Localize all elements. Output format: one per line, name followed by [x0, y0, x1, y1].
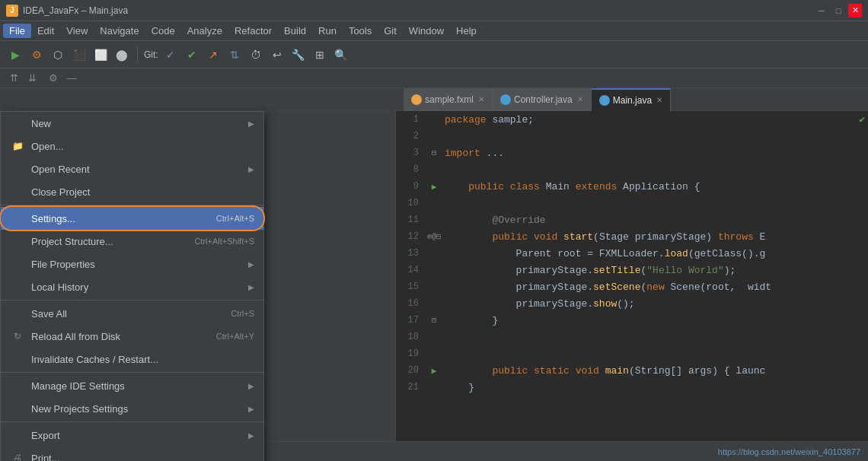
menu-file[interactable]: File — [3, 24, 31, 38]
tab-close-icon[interactable]: ✕ — [577, 95, 583, 103]
tab-label: Main.java — [613, 95, 652, 106]
menu-tools[interactable]: Tools — [343, 24, 378, 38]
close-button[interactable]: ✕ — [848, 4, 862, 17]
menu-item-label: New — [31, 118, 51, 129]
tabs-bar: sample.fxml ✕ Controller.java ✕ Main.jav… — [0, 88, 868, 111]
manage-ide-icon — [10, 378, 25, 393]
secondary-toolbar: ⇈ ⇊ ⚙ — — [0, 68, 868, 88]
git-history-btn[interactable]: ⏱ — [247, 46, 265, 64]
code-line-16: 16 primaryStage.show(); — [396, 295, 868, 312]
submenu-arrow-icon: ▶ — [248, 283, 254, 291]
open-icon: 📁 — [10, 138, 25, 154]
maximize-button[interactable]: □ — [831, 4, 845, 17]
menu-help[interactable]: Help — [450, 24, 483, 38]
stop-button[interactable]: ⬛ — [70, 46, 88, 64]
recent-icon — [10, 161, 25, 176]
new-projects-icon — [10, 401, 25, 416]
menu-item-open[interactable]: 📁 Open... — [1, 135, 263, 157]
git-branch-btn[interactable]: ⊞ — [311, 46, 329, 64]
menu-item-open-recent[interactable]: Open Recent ▶ — [1, 157, 263, 180]
menu-item-project-structure[interactable]: Project Structure... Ctrl+Alt+Shift+S — [1, 230, 263, 253]
menu-refactor[interactable]: Refactor — [228, 24, 278, 38]
menu-item-label: Export — [31, 430, 60, 441]
fwd-arrow-icon[interactable]: ⇊ — [24, 71, 40, 86]
git-checkout-btn[interactable]: ✓ — [161, 46, 180, 64]
submenu-arrow-icon: ▶ — [248, 405, 254, 413]
file-properties-icon — [10, 256, 25, 272]
minus-icon[interactable]: — — [64, 71, 79, 86]
code-line-8: 8 — [396, 161, 868, 178]
window-title: IDEA_JavaFx – Main.java — [23, 5, 815, 16]
git-push-btn[interactable]: ↗ — [204, 46, 222, 64]
build-button[interactable]: ⚙ — [27, 46, 46, 64]
coverage-button[interactable]: ⬡ — [49, 46, 67, 64]
minimize-button[interactable]: ─ — [815, 4, 828, 17]
menu-edit[interactable]: Edit — [31, 24, 60, 38]
status-url[interactable]: https://blog.csdn.net/weixin_40103877 — [718, 447, 860, 456]
settings-icon[interactable]: ⚙ — [46, 71, 61, 86]
suspend-button[interactable]: ⬜ — [91, 46, 110, 64]
menu-build[interactable]: Build — [278, 24, 312, 38]
shortcut-label: Ctrl+Alt+Shift+S — [194, 237, 254, 246]
menu-item-label: Save All — [31, 308, 67, 320]
xml-file-icon — [411, 94, 422, 105]
run-button[interactable]: ▶ — [6, 46, 24, 64]
menu-item-new[interactable]: New ▶ — [1, 112, 263, 135]
menu-view[interactable]: View — [60, 24, 94, 38]
menu-item-label: File Properties — [31, 259, 95, 270]
menu-item-local-history[interactable]: Local History ▶ — [1, 275, 263, 298]
git-revert-btn[interactable]: ↩ — [268, 46, 286, 64]
menu-item-label: Reload All from Disk — [31, 331, 120, 342]
project-structure-icon — [10, 234, 25, 249]
main-area: New ▶ 📁 Open... Open Recent ▶ Close Proj… — [0, 111, 868, 461]
menu-item-label: Print... — [31, 453, 60, 462]
menu-item-save-all[interactable]: Save All Ctrl+S — [1, 302, 263, 325]
git-settings-btn[interactable]: 🔧 — [289, 46, 308, 64]
divider-4 — [1, 421, 263, 422]
menu-navigate[interactable]: Navigate — [94, 24, 145, 38]
code-line-13: 13 Parent root = FXMLLoader.load(getClas… — [396, 245, 868, 262]
menu-item-label: Project Structure... — [31, 236, 113, 247]
menu-item-reload-all[interactable]: ↻ Reload All from Disk Ctrl+Alt+Y — [1, 325, 263, 348]
code-line-9: 9 ▶ public class Main extends Applicatio… — [396, 178, 868, 195]
menu-item-file-properties[interactable]: File Properties ▶ — [1, 253, 263, 275]
tab-sample-fxml[interactable]: sample.fxml ✕ — [404, 88, 493, 111]
code-editor[interactable]: 1 package sample; ✔ 2 3 ⊟ import ... 8 — [396, 111, 868, 461]
menu-item-settings[interactable]: Settings... Ctrl+Alt+S — [1, 207, 263, 230]
menu-item-label: Invalidate Caches / Restart... — [31, 354, 158, 365]
tab-close-icon[interactable]: ✕ — [656, 96, 662, 104]
menu-code[interactable]: Code — [145, 24, 181, 38]
code-line-10: 10 — [396, 195, 868, 211]
menu-git[interactable]: Git — [378, 24, 403, 38]
code-line-18: 18 — [396, 329, 868, 345]
code-line-3: 3 ⊟ import ... — [396, 145, 868, 161]
tab-main-java[interactable]: Main.java ✕ — [592, 88, 671, 111]
title-bar: J IDEA_JavaFx – Main.java ─ □ ✕ — [0, 0, 868, 21]
menu-item-print[interactable]: 🖨 Print... — [1, 447, 263, 461]
print-icon: 🖨 — [10, 450, 25, 461]
menu-item-invalidate-caches[interactable]: Invalidate Caches / Restart... — [1, 348, 263, 370]
git-find-btn[interactable]: 🔍 — [332, 46, 350, 64]
git-commit-btn[interactable]: ✔ — [183, 46, 201, 64]
submenu-arrow-icon: ▶ — [248, 382, 254, 390]
git-label: Git: — [144, 49, 158, 60]
tab-controller-java[interactable]: Controller.java ✕ — [493, 88, 592, 111]
menu-item-manage-ide-settings[interactable]: Manage IDE Settings ▶ — [1, 374, 263, 397]
code-line-1: 1 package sample; ✔ — [396, 111, 868, 128]
code-line-2: 2 — [396, 128, 868, 145]
settings-menu-icon — [10, 211, 25, 226]
app-icon: J — [6, 5, 18, 17]
back-arrow-icon[interactable]: ⇈ — [6, 71, 21, 86]
code-line-11: 11 @Override — [396, 211, 868, 228]
git-pull-btn[interactable]: ⇅ — [225, 46, 244, 64]
menu-item-export[interactable]: Export ▶ — [1, 424, 263, 447]
menu-item-new-projects-settings[interactable]: New Projects Settings ▶ — [1, 397, 263, 420]
menu-window[interactable]: Window — [403, 24, 450, 38]
java-file-icon — [500, 94, 511, 105]
coverage2-button[interactable]: ⬤ — [113, 46, 131, 64]
menu-item-close-project[interactable]: Close Project — [1, 180, 263, 203]
menu-run[interactable]: Run — [312, 24, 343, 38]
tab-close-icon[interactable]: ✕ — [478, 95, 484, 103]
divider-2 — [1, 300, 263, 300]
menu-analyze[interactable]: Analyze — [181, 24, 228, 38]
